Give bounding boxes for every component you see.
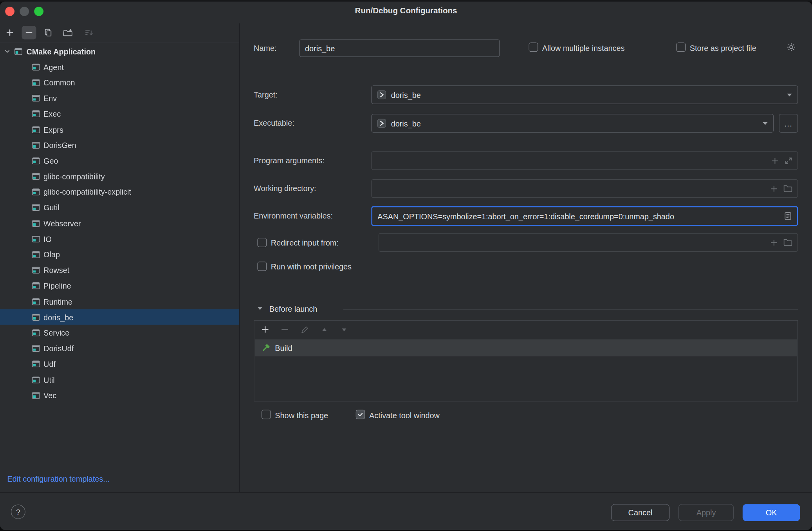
remove-icon	[25, 29, 33, 37]
add-config-button[interactable]	[3, 26, 16, 39]
tree-item-Udf[interactable]: Udf	[0, 356, 239, 372]
tree-item-DorisUdf[interactable]: DorisUdf	[0, 341, 239, 356]
tree-item-Service[interactable]: Service	[0, 325, 239, 341]
tree-root-label: CMake Application	[26, 47, 96, 56]
sort-configs-button[interactable]	[82, 26, 95, 39]
tree-item-label: DorisGen	[43, 141, 76, 149]
tree-item-IO[interactable]: IO	[0, 231, 239, 247]
help-button[interactable]: ?	[11, 505, 25, 519]
root-privileges-checkbox[interactable]	[257, 262, 267, 271]
tree-item-Rowset[interactable]: Rowset	[0, 262, 239, 278]
store-project-gear-icon[interactable]	[787, 42, 796, 52]
folder-icon[interactable]	[783, 239, 792, 246]
show-page-label[interactable]: Show this page	[275, 411, 328, 419]
tree-item-Agent[interactable]: Agent	[0, 59, 239, 75]
run-config-icon	[32, 142, 40, 148]
allow-multiple-label[interactable]: Allow multiple instances	[542, 43, 625, 52]
target-select[interactable]: doris_be	[371, 85, 798, 104]
environment-variables-field[interactable]: ASAN_OPTIONS=symbolize=1:abort_on_error=…	[371, 206, 798, 226]
before-launch-remove-button[interactable]	[280, 325, 290, 334]
before-launch-chevron-icon[interactable]	[257, 307, 262, 310]
run-config-icon	[32, 376, 40, 383]
tree-item-glibc-compatibility-explicit[interactable]: glibc-compatibility-explicit	[0, 184, 239, 200]
tree-item-glibc-compatibility[interactable]: glibc-compatibility	[0, 169, 239, 184]
store-project-checkbox[interactable]	[676, 42, 686, 52]
dialog-title: Run/Debug Configurations	[0, 6, 812, 16]
build-item-row[interactable]: Build	[255, 339, 797, 356]
tree-item-label: Agent	[43, 63, 64, 71]
arrow-down-icon	[341, 326, 347, 333]
activate-tool-checkbox[interactable]	[356, 410, 365, 419]
tree-item-label: Env	[43, 94, 57, 103]
executable-select[interactable]: doris_be	[371, 114, 774, 133]
run-config-icon	[32, 298, 40, 305]
before-launch-title[interactable]: Before launch	[269, 305, 317, 313]
tree-item-Exprs[interactable]: Exprs	[0, 122, 239, 137]
run-config-icon	[32, 95, 40, 101]
sort-icon	[84, 29, 93, 37]
show-page-checkbox[interactable]	[262, 410, 271, 419]
cancel-button[interactable]: Cancel	[611, 504, 669, 521]
environment-variables-label: Environment variables:	[254, 211, 333, 220]
apply-button[interactable]: Apply	[678, 504, 734, 521]
chevron-down-icon	[762, 121, 768, 125]
working-directory-field[interactable]	[371, 179, 798, 198]
tree-item-Olap[interactable]: Olap	[0, 247, 239, 262]
more-button[interactable]: ...	[779, 114, 798, 133]
redirect-checkbox[interactable]	[257, 238, 267, 247]
run-config-icon	[32, 267, 40, 274]
folder-icon[interactable]	[783, 185, 792, 192]
remove-icon	[281, 325, 289, 334]
edit-templates-link[interactable]: Edit configuration templates...	[7, 475, 110, 483]
root-privileges-label[interactable]: Run with root privileges	[271, 262, 352, 271]
tree-item-label: Udf	[43, 360, 56, 368]
copy-config-button[interactable]	[42, 26, 55, 39]
tree-item-Env[interactable]: Env	[0, 90, 239, 106]
tree-item-Util[interactable]: Util	[0, 372, 239, 388]
tree-item-Exec[interactable]: Exec	[0, 106, 239, 122]
run-config-type-icon	[14, 48, 22, 54]
before-launch-add-button[interactable]	[260, 325, 270, 334]
tree-item-label: Olap	[43, 250, 60, 259]
allow-multiple-checkbox[interactable]	[529, 42, 538, 52]
run-config-icon	[32, 173, 40, 180]
tree-item-Runtime[interactable]: Runtime	[0, 294, 239, 309]
new-folder-button[interactable]	[61, 26, 74, 39]
tree-item-label: glibc-compatibility-explicit	[43, 188, 131, 196]
before-launch-down-button[interactable]	[339, 325, 348, 334]
activate-tool-label[interactable]: Activate tool window	[369, 411, 440, 419]
env-list-icon[interactable]	[784, 212, 792, 220]
tree-item-Pipeline[interactable]: Pipeline	[0, 278, 239, 294]
chevron-down-icon	[4, 48, 11, 54]
tree-item-DorisGen[interactable]: DorisGen	[0, 137, 239, 153]
ok-button[interactable]: OK	[743, 504, 800, 521]
run-config-icon	[32, 79, 40, 86]
before-launch-edit-button[interactable]	[300, 325, 309, 334]
expand-icon[interactable]	[785, 157, 792, 164]
redirect-label[interactable]: Redirect input from:	[271, 238, 339, 247]
executable-value: doris_be	[391, 119, 421, 128]
check-icon	[357, 411, 364, 417]
tree-item-doris_be[interactable]: doris_be	[0, 309, 239, 325]
program-arguments-field[interactable]	[371, 151, 798, 170]
add-icon[interactable]	[770, 185, 778, 193]
tree-item-Common[interactable]: Common	[0, 75, 239, 90]
name-field[interactable]: doris_be	[300, 40, 500, 57]
target-label: Target:	[254, 90, 278, 99]
build-target-icon	[377, 119, 386, 128]
tree-item-cmake-application[interactable]: CMake Application	[0, 43, 239, 59]
add-icon[interactable]	[770, 238, 778, 246]
redirect-input-field[interactable]	[379, 233, 798, 252]
tree-item-Vec[interactable]: Vec	[0, 388, 239, 403]
run-config-icon	[32, 189, 40, 195]
add-icon[interactable]	[771, 157, 779, 164]
before-launch-up-button[interactable]	[319, 325, 329, 334]
run-config-icon	[32, 329, 40, 336]
remove-config-button[interactable]	[22, 26, 36, 39]
tree-item-Gutil[interactable]: Gutil	[0, 200, 239, 215]
run-config-icon	[32, 251, 40, 258]
build-target-icon	[377, 90, 386, 99]
tree-item-Webserver[interactable]: Webserver	[0, 215, 239, 231]
tree-item-Geo[interactable]: Geo	[0, 153, 239, 169]
store-project-label[interactable]: Store as project file	[690, 43, 756, 52]
